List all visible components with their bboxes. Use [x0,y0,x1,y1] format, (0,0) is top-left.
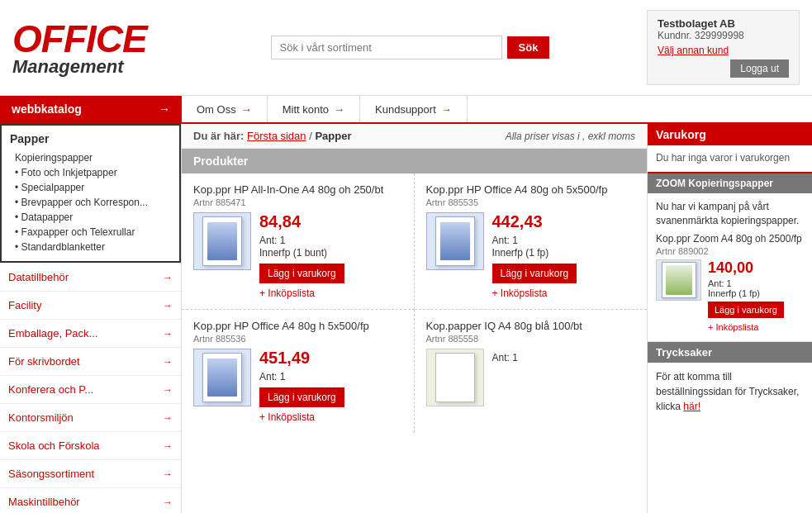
change-customer-link[interactable]: Välj annan kund [658,45,789,56]
nav-item-mittkonto[interactable]: Mitt konto → [268,96,360,122]
sidebar-sub-fax[interactable]: • Faxpapper och Telexrullar [10,225,171,240]
product-3-artnr: Artnr 885536 [193,334,402,344]
product-2-details: 442,43 Ant: 1 Innerfp (1 fp) Lägg i varu… [492,212,577,299]
product-1-ant: Ant: 1 [259,235,344,246]
sidebar-emballage-arrow: → [163,328,173,340]
product-3-image [193,349,251,406]
zoom-title: ZOOM Kopieringspapper [648,173,812,193]
sidebar-kontorsmiljon-label: Kontorsmiljön [8,411,74,424]
sidebar-sub-kopieringspapper[interactable]: Kopieringspapper [10,150,171,165]
zoom-add-cart[interactable]: Lägg i varukorg [708,302,784,318]
sidebar-item-skrivbordet[interactable]: För skrivbordet → [0,347,181,375]
zoom-artnr: Artnr 889002 [656,246,804,256]
breadcrumb-home-link[interactable]: Första sidan [247,130,306,142]
product-2-inkopslista[interactable]: + Inköpslista [492,287,548,299]
nav-webbkatalog-label: webbkatalog [12,102,82,116]
account-name: Testbolaget AB [658,17,789,30]
sidebar-konferera-arrow: → [163,384,173,396]
product-2-artnr: Artnr 885535 [426,197,636,207]
product-3-name: Kop.ppr HP Office A4 80g h 5x500/fp [193,320,402,332]
logout-button[interactable]: Logga ut [730,59,789,78]
sidebar-sub-foto[interactable]: • Foto och Inkjetpapper [10,165,171,180]
product-4-name: Kop.papper IQ A4 80g blå 100/bt [426,320,636,332]
trycksaker-box: Trycksaker För att komma till beställnin… [648,342,812,422]
zoom-product-row: 140,00 Ant: 1 Innerfp (1 fp) Lägg i varu… [656,259,804,333]
nav-webbkatalog[interactable]: webbkatalog → [0,96,182,122]
breadcrumb: Du är här: Första sidan / Papper Alla pr… [182,124,647,149]
search-button[interactable]: Sök [507,36,550,59]
zoom-innerfp: Innerfp (1 fp) [708,288,784,298]
product-2-name: Kop.ppr HP Office A4 80g oh 5x500/fp [426,183,636,196]
sidebar-sasong-label: Säsongssortiment [8,468,94,480]
search-input[interactable] [271,36,502,59]
sidebar-item-konferera[interactable]: Konferera och P... → [0,375,181,403]
trycksaker-text: För att komma till beställningssidan för… [656,369,804,414]
sidebar-item-emballage[interactable]: Emballage, Pack... → [0,319,181,347]
product-card-2: Kop.ppr HP Office A4 80g oh 5x500/fp Art… [415,173,648,310]
sidebar-sub-standard[interactable]: • Standardblanketter [10,240,171,254]
sidebar-skola-arrow: → [163,440,173,452]
center-content: Du är här: Första sidan / Papper Alla pr… [182,124,647,513]
varukorg-title: Varukorg [648,124,812,145]
varukorg-box: Varukorg Du har inga varor i varukorgen [648,124,812,173]
account-nr-label: Kundnr. [658,30,691,41]
product-3-ant: Ant: 1 [259,371,344,382]
nav-mittkonto-label: Mitt konto [283,103,329,116]
logo-management: Management [12,58,186,76]
sidebar-sub-special[interactable]: • Specialpapper [10,180,171,195]
breadcrumb-price-note: Alla priser visas i , exkl moms [506,131,635,142]
sidebar-item-facility[interactable]: Facility → [0,291,181,319]
product-4-artnr: Artnr 885558 [426,334,636,344]
product-card-3: Kop.ppr HP Office A4 80g h 5x500/fp Artn… [182,310,415,433]
zoom-ant: Ant: 1 [708,278,784,288]
product-1-add-cart[interactable]: Lägg i varukorg [259,264,344,283]
account-nr: Kundnr. 329999998 [658,30,789,41]
product-card-4: Kop.papper IQ A4 80g blå 100/bt Artnr 88… [415,310,648,433]
product-3-details: 451,49 Ant: 1 Lägg i varukorg + Inköpsli… [259,349,344,423]
product-1-innerfp: Innerfp (1 bunt) [259,247,344,259]
nav-mittkonto-arrow: → [334,103,344,116]
zoom-price: 140,00 [708,259,784,277]
nav-item-kundsupport[interactable]: Kundsupport → [360,96,468,122]
sidebar-sub-data[interactable]: • Datapapper [10,210,171,225]
sidebar-facility-arrow: → [163,300,173,311]
account-nr-value: 329999998 [695,30,744,41]
breadcrumb-prefix: Du är här: [193,130,244,142]
product-3-add-cart[interactable]: Lägg i varukorg [259,387,344,407]
zoom-inkopslista[interactable]: + Inköpslista [708,322,758,332]
varukorg-empty: Du har inga varor i varukorgen [656,152,804,164]
trycksaker-link[interactable]: här! [683,401,700,412]
sidebar-datatillbehor-arrow: → [163,272,173,283]
product-3-inkopslista[interactable]: + Inköpslista [259,411,315,423]
product-4-image [426,349,484,406]
sidebar-item-kontorsmiljon[interactable]: Kontorsmiljön → [0,403,181,431]
sidebar-skola-label: Skola och Förskola [8,439,100,452]
trycksaker-title: Trycksaker [648,342,812,363]
product-3-price: 451,49 [259,349,344,368]
main-layout: Papper Kopieringspapper • Foto och Inkje… [0,124,812,513]
product-3-body: 451,49 Ant: 1 Lägg i varukorg + Inköpsli… [193,349,402,423]
sidebar-sub-brev[interactable]: • Brevpapper och Korrespon... [10,195,171,210]
sidebar-item-skola[interactable]: Skola och Förskola → [0,431,181,459]
sidebar-skrivbordet-label: För skrivbordet [8,355,80,368]
breadcrumb-left: Du är här: Första sidan / Papper [193,130,352,142]
logo-area: OFFICE Management [12,20,186,76]
nav-kundsupport-label: Kundsupport [375,103,436,116]
products-grid: Kop.ppr HP All-In-One A4 80g oh 250/bt A… [182,173,647,433]
sidebar-facility-label: Facility [8,299,41,311]
product-1-details: 84,84 Ant: 1 Innerfp (1 bunt) Lägg i var… [259,212,344,299]
product-1-inkopslista[interactable]: + Inköpslista [259,287,315,299]
nav-webbkatalog-arrow: → [159,102,170,116]
account-box: Testbolaget AB Kundnr. 329999998 Välj an… [647,10,800,85]
product-2-image [426,212,484,270]
product-2-ant: Ant: 1 [492,235,577,246]
breadcrumb-current: Papper [315,130,351,142]
sidebar-item-maskintillbehor[interactable]: Maskintillbehör → [0,487,181,513]
nav-item-omoss[interactable]: Om Oss → [182,96,268,122]
sidebar-item-datatillbehor[interactable]: Datatillbehör → [0,263,181,291]
sidebar-sasong-arrow: → [163,468,173,480]
product-2-add-cart[interactable]: Lägg i varukorg [492,264,577,283]
zoom-image [656,259,701,301]
nav-omoss-label: Om Oss [197,103,236,116]
sidebar-item-sasong[interactable]: Säsongssortiment → [0,459,181,487]
